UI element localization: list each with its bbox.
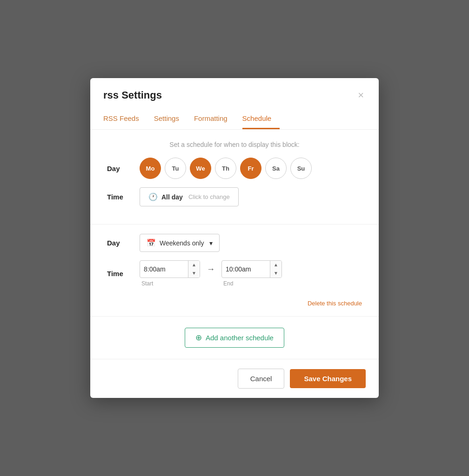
- modal-footer: Cancel Save Changes: [90, 359, 379, 398]
- chevron-down-icon: ▾: [209, 239, 213, 247]
- tab-formatting[interactable]: Formatting: [194, 109, 236, 129]
- modal-title: rss Settings: [103, 89, 162, 101]
- day-tu[interactable]: Tu: [165, 158, 186, 179]
- tabs-container: RSS Feeds Settings Formatting Schedule: [90, 109, 379, 130]
- end-label: End: [223, 280, 233, 287]
- clock-icon: 🕐: [148, 192, 158, 201]
- add-schedule-section: ⊕ Add another schedule: [90, 317, 379, 359]
- allday-hint: Click to change: [188, 193, 230, 200]
- cancel-button[interactable]: Cancel: [238, 369, 285, 389]
- tab-settings[interactable]: Settings: [154, 109, 188, 129]
- arrow-icon: →: [207, 264, 215, 274]
- day-su[interactable]: Su: [290, 158, 312, 179]
- start-label: Start: [141, 280, 153, 287]
- day-label-1: Day: [107, 165, 131, 172]
- weekends-label: Weekends only: [160, 239, 204, 247]
- modal-dialog: rss Settings × RSS Feeds Settings Format…: [90, 78, 379, 398]
- delete-row: Delete this schedule: [107, 295, 362, 307]
- calendar-icon: 📅: [147, 238, 156, 247]
- day-fr[interactable]: Fr: [240, 158, 261, 179]
- end-time-stepper: ▲ ▼: [270, 261, 281, 278]
- time-label-2: Time: [107, 270, 131, 278]
- schedule-section-1: Set a schedule for when to display this …: [90, 130, 379, 225]
- time-row-2: Time 8:00am 8:30am 9:00am ▲ ▼: [107, 260, 362, 287]
- time-row-1: Time 🕐 All day Click to change: [107, 187, 362, 206]
- close-button[interactable]: ×: [356, 88, 366, 102]
- schedule-section-2: Day 📅 Weekends only ▾ Time 8:00am 8:30am…: [90, 225, 379, 317]
- schedule-hint: Set a schedule for when to display this …: [107, 141, 362, 148]
- start-time-up[interactable]: ▲: [188, 261, 200, 269]
- start-time-down[interactable]: ▼: [188, 269, 200, 278]
- plus-circle-icon: ⊕: [195, 333, 202, 343]
- end-time-wrap: 10:00am 10:30am 11:00am ▲ ▼ End: [221, 260, 282, 287]
- day-mo[interactable]: Mo: [140, 158, 161, 179]
- delete-schedule-link[interactable]: Delete this schedule: [308, 300, 362, 307]
- day-we[interactable]: We: [190, 158, 211, 179]
- end-time-box[interactable]: 10:00am 10:30am 11:00am ▲ ▼: [221, 260, 282, 278]
- start-time-stepper: ▲ ▼: [188, 261, 200, 278]
- day-row-2: Day 📅 Weekends only ▾: [107, 234, 362, 252]
- allday-button[interactable]: 🕐 All day Click to change: [140, 187, 239, 206]
- day-row-1: Day Mo Tu We Th Fr Sa Su: [107, 158, 362, 179]
- day-th[interactable]: Th: [215, 158, 236, 179]
- add-schedule-label: Add another schedule: [206, 334, 274, 342]
- day-label-2: Day: [107, 239, 131, 247]
- end-time-up[interactable]: ▲: [270, 261, 281, 269]
- day-sa[interactable]: Sa: [265, 158, 287, 179]
- tab-schedule[interactable]: Schedule: [242, 109, 280, 129]
- start-time-wrap: 8:00am 8:30am 9:00am ▲ ▼ Start: [140, 260, 200, 287]
- modal-header: rss Settings ×: [90, 78, 379, 102]
- weekends-dropdown[interactable]: 📅 Weekends only ▾: [140, 234, 220, 252]
- time-label-1: Time: [107, 193, 131, 201]
- allday-text: All day: [161, 193, 183, 201]
- tab-rss-feeds[interactable]: RSS Feeds: [103, 109, 147, 129]
- start-time-box[interactable]: 8:00am 8:30am 9:00am ▲ ▼: [140, 260, 200, 278]
- add-schedule-button[interactable]: ⊕ Add another schedule: [185, 328, 284, 348]
- end-time-down[interactable]: ▼: [270, 269, 281, 278]
- save-button[interactable]: Save Changes: [290, 369, 366, 388]
- day-circles: Mo Tu We Th Fr Sa Su: [140, 158, 312, 179]
- start-time-select[interactable]: 8:00am 8:30am 9:00am: [140, 261, 188, 278]
- time-range: 8:00am 8:30am 9:00am ▲ ▼ Start →: [140, 260, 282, 287]
- end-time-select[interactable]: 10:00am 10:30am 11:00am: [222, 261, 270, 278]
